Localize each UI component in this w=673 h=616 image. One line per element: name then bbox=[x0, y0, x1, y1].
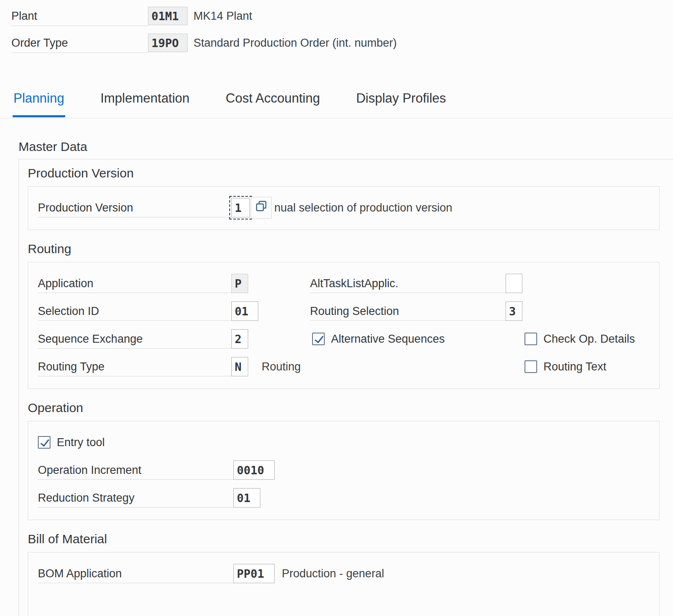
tab-cost-accounting[interactable]: Cost Accounting bbox=[225, 85, 321, 117]
bom-application-description: Production - general bbox=[282, 564, 384, 583]
header-form: Plant MK14 Plant Order Type Standard Pro… bbox=[0, 0, 673, 57]
production-version-section-title: Production Version bbox=[28, 166, 673, 180]
routing-type-field[interactable] bbox=[231, 357, 248, 376]
alternative-sequences-checkbox[interactable] bbox=[312, 333, 325, 345]
routing-row-selection-id: Selection ID Routing Selection bbox=[38, 298, 659, 325]
copy-icon bbox=[255, 200, 268, 216]
order-type-value-field[interactable] bbox=[148, 34, 188, 52]
order-type-description: Standard Production Order (int. number) bbox=[193, 33, 397, 53]
entry-tool-label: Entry tool bbox=[57, 436, 105, 449]
routing-row-application: Application AltTaskListApplic. bbox=[38, 270, 659, 298]
operation-row-increment: Operation Increment bbox=[38, 457, 659, 484]
tab-content-planning: Master Data Production Version Productio… bbox=[0, 140, 673, 616]
bom-application-field[interactable] bbox=[233, 564, 275, 583]
check-op-details-label: Check Op. Details bbox=[543, 333, 635, 346]
tab-display-profiles[interactable]: Display Profiles bbox=[355, 85, 447, 117]
routing-type-description: Routing bbox=[262, 357, 301, 376]
check-op-details-checkbox[interactable] bbox=[525, 333, 537, 345]
operation-row-entry-tool: Entry tool bbox=[38, 429, 659, 457]
value-help-button[interactable] bbox=[251, 197, 272, 219]
sequence-exchange-field[interactable] bbox=[231, 329, 248, 349]
bom-section: Bill of Material BOM Application Product… bbox=[28, 532, 673, 616]
master-data-title: Master Data bbox=[19, 140, 673, 154]
sequence-exchange-label: Sequence Exchange bbox=[38, 329, 231, 349]
reduction-strategy-label: Reduction Strategy bbox=[38, 488, 233, 508]
order-type-label: Order Type bbox=[11, 33, 148, 53]
production-version-label: Production Version bbox=[38, 198, 231, 217]
operation-row-reduction: Reduction Strategy bbox=[38, 484, 659, 512]
application-label: Application bbox=[38, 274, 231, 293]
routing-selection-field[interactable] bbox=[506, 301, 522, 321]
routing-text-group: Routing Text bbox=[525, 357, 607, 376]
tab-bar: Planning Implementation Cost Accounting … bbox=[0, 85, 673, 119]
routing-row-routing-type: Routing Type Routing Routing Text bbox=[38, 353, 659, 381]
operation-section: Operation Entry tool Operation Increment… bbox=[28, 401, 673, 520]
alternative-sequences-group: Alternative Sequences bbox=[312, 329, 445, 349]
bom-row-application: BOM Application Production - general bbox=[38, 560, 659, 588]
routing-selection-label: Routing Selection bbox=[310, 301, 506, 321]
routing-section: Routing Application AltTaskListApplic. S… bbox=[28, 242, 673, 389]
selection-id-label: Selection ID bbox=[38, 301, 231, 321]
alt-task-list-applic-field[interactable] bbox=[506, 274, 522, 293]
alt-task-list-applic-label: AltTaskListApplic. bbox=[310, 274, 506, 293]
operation-box: Entry tool Operation Increment Reduction… bbox=[28, 421, 660, 520]
plant-row: Plant MK14 Plant bbox=[11, 3, 673, 30]
routing-row-sequence-exchange: Sequence Exchange Alternative Sequences … bbox=[38, 325, 659, 353]
routing-box: Application AltTaskListApplic. Selection… bbox=[28, 262, 660, 389]
check-op-details-group: Check Op. Details bbox=[525, 329, 635, 349]
entry-tool-checkbox[interactable] bbox=[38, 436, 50, 449]
order-type-row: Order Type Standard Production Order (in… bbox=[11, 30, 673, 57]
reduction-strategy-field[interactable] bbox=[233, 488, 260, 508]
plant-label: Plant bbox=[11, 6, 148, 26]
plant-description: MK14 Plant bbox=[193, 6, 252, 26]
bom-section-title: Bill of Material bbox=[28, 532, 673, 546]
routing-type-label: Routing Type bbox=[38, 357, 231, 376]
production-version-section: Production Version Production Version nu… bbox=[28, 166, 673, 230]
bom-application-label: BOM Application bbox=[38, 564, 233, 583]
operation-section-title: Operation bbox=[28, 401, 673, 415]
plant-value-field[interactable] bbox=[148, 7, 188, 25]
production-version-description: nual selection of production version bbox=[274, 198, 452, 217]
selection-id-field[interactable] bbox=[231, 301, 258, 321]
production-version-field[interactable] bbox=[231, 198, 250, 217]
routing-text-checkbox[interactable] bbox=[525, 360, 537, 373]
routing-text-label: Routing Text bbox=[543, 360, 607, 373]
production-version-row: Production Version nual selection of pro… bbox=[38, 194, 659, 222]
operation-increment-field[interactable] bbox=[233, 460, 275, 480]
master-data-group: Production Version Production Version nu… bbox=[19, 159, 673, 616]
tab-implementation[interactable]: Implementation bbox=[100, 85, 191, 117]
operation-increment-label: Operation Increment bbox=[38, 460, 233, 480]
alternative-sequences-label: Alternative Sequences bbox=[331, 333, 445, 346]
routing-section-title: Routing bbox=[28, 242, 673, 256]
production-version-box: Production Version nual selection of pro… bbox=[28, 186, 660, 230]
bom-box: BOM Application Production - general bbox=[28, 552, 660, 616]
application-field[interactable] bbox=[231, 274, 248, 293]
entry-tool-group: Entry tool bbox=[38, 433, 105, 452]
tab-planning[interactable]: Planning bbox=[13, 85, 65, 117]
